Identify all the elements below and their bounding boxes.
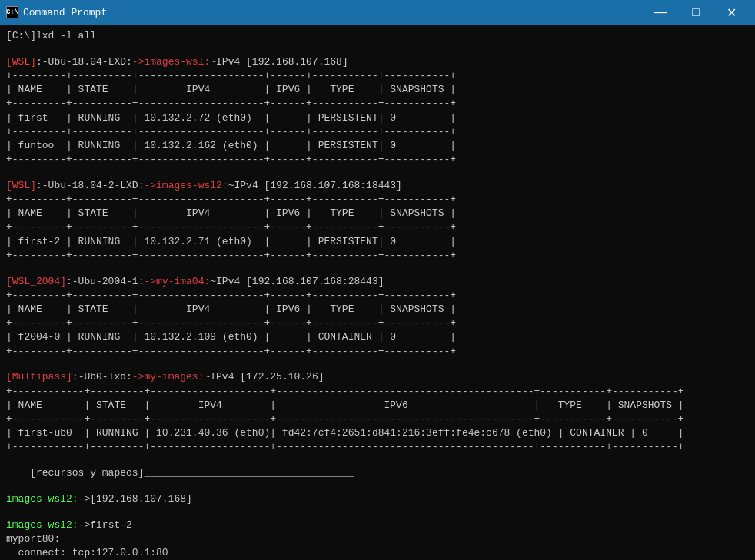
terminal-line: myport80: bbox=[6, 532, 750, 546]
terminal-line: images-wsl2:->first-2 bbox=[6, 519, 750, 532]
title-bar-left: C:\ Command Prompt bbox=[6, 6, 107, 18]
terminal-line: | NAME | STATE | IPV4 | IPV6 | TYPE | SN… bbox=[6, 207, 750, 220]
terminal-line: +---------+----------+------------------… bbox=[6, 69, 750, 83]
terminal-line: | f2004-0 | RUNNING | 10.132.2.109 (eth0… bbox=[6, 330, 750, 344]
title-bar: C:\ Command Prompt — □ ✕ bbox=[0, 0, 755, 25]
terminal-line: | NAME | STATE | IPV4 | IPV6 | TYPE | SN… bbox=[6, 303, 750, 316]
terminal-line bbox=[6, 263, 750, 275]
terminal-line bbox=[6, 454, 750, 466]
terminal-line bbox=[6, 167, 750, 179]
terminal-line: [WSL_2004]:-Ubu-2004-1:->my-ima04:~IPv4 … bbox=[6, 275, 750, 289]
terminal-line: | NAME | STATE | IPV4 | IPV6 | TYPE | SN… bbox=[6, 83, 750, 97]
terminal-line: [WSL]:-Ubu-18.04-2-LXD:->images-wsl2:~IP… bbox=[6, 179, 750, 193]
close-button[interactable]: ✕ bbox=[713, 0, 749, 25]
terminal-line: +---------+----------+------------------… bbox=[6, 249, 750, 263]
terminal-line: +---------+----------+------------------… bbox=[6, 193, 750, 207]
terminal-line: +---------+----------+------------------… bbox=[6, 153, 750, 167]
terminal-line: | first-ub0 | RUNNING | 10.231.40.36 (et… bbox=[6, 426, 750, 440]
window-title: Command Prompt bbox=[23, 7, 107, 18]
terminal-line: | NAME | STATE | IPV4 | IPV6 | TYPE | SN… bbox=[6, 399, 750, 413]
terminal-line: +------------+---------+----------------… bbox=[6, 413, 750, 426]
terminal-line: +---------+----------+------------------… bbox=[6, 220, 750, 234]
maximize-button[interactable]: □ bbox=[678, 0, 713, 25]
terminal-line: | first | RUNNING | 10.132.2.72 (eth0) |… bbox=[6, 111, 750, 125]
terminal-line bbox=[6, 506, 750, 519]
cmd-icon: C:\ bbox=[6, 6, 18, 18]
minimize-button[interactable]: — bbox=[643, 0, 678, 25]
terminal-line: images-wsl2:->[192.168.107.168] bbox=[6, 492, 750, 506]
terminal-line: +------------+---------+----------------… bbox=[6, 385, 750, 399]
terminal-line: [recursos y mapeos]_____________________… bbox=[6, 466, 750, 480]
terminal-line: +---------+----------+------------------… bbox=[6, 97, 750, 111]
terminal-line: +---------+----------+------------------… bbox=[6, 125, 750, 139]
terminal-line bbox=[6, 480, 750, 492]
terminal-line: +---------+----------+------------------… bbox=[6, 345, 750, 359]
terminal-line bbox=[6, 359, 750, 371]
terminal-window: [C:\]lxd -l all [WSL]:-Ubu-18.04-LXD:->i… bbox=[0, 25, 755, 560]
terminal-line: connect: tcp:127.0.0.1:80 bbox=[6, 546, 750, 560]
terminal-line: | funtoo | RUNNING | 10.132.2.162 (eth0)… bbox=[6, 139, 750, 153]
terminal-line: | first-2 | RUNNING | 10.132.2.71 (eth0)… bbox=[6, 235, 750, 249]
window-controls[interactable]: — □ ✕ bbox=[643, 0, 749, 25]
terminal-line: +---------+----------+------------------… bbox=[6, 316, 750, 330]
terminal-line bbox=[6, 43, 750, 55]
terminal-line: [Multipass]:-Ub0-lxd:->my-images:~IPv4 [… bbox=[6, 370, 750, 384]
terminal-line: [WSL]:-Ubu-18.04-LXD:->images-wsl:~IPv4 … bbox=[6, 55, 750, 69]
terminal-line: +------------+---------+----------------… bbox=[6, 440, 750, 454]
terminal-line: +---------+----------+------------------… bbox=[6, 289, 750, 303]
terminal-line: [C:\]lxd -l all bbox=[6, 29, 750, 43]
